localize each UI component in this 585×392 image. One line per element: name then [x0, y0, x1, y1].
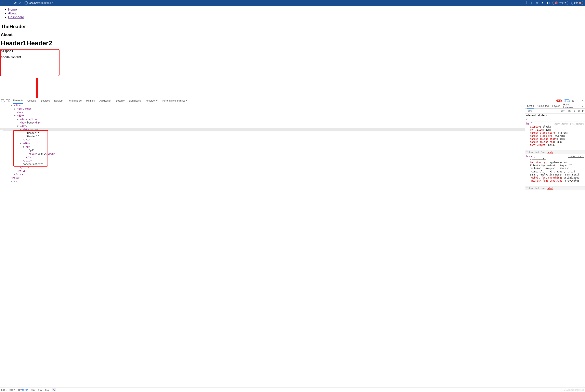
print-media-icon[interactable]: 🖶	[578, 110, 580, 112]
side-panel-icon[interactable]: ◧	[547, 1, 550, 5]
translate-icon[interactable]: ⠿	[525, 1, 528, 5]
devtools-panel: Elements Console Sources Network Perform…	[0, 98, 585, 392]
reload-icon[interactable]: ⟳	[14, 1, 16, 4]
tab-styles[interactable]: Styles	[527, 103, 534, 109]
crumb[interactable]: div#root	[18, 388, 28, 391]
insights-dot-icon	[186, 100, 187, 101]
browser-toolbar: ← → ⟳ ⌂ i localhost:3000/about ⠿ ⇧ ☆ ✦ ◧…	[0, 0, 585, 6]
nav-list: Home About Dashboard	[0, 8, 585, 19]
tab-computed[interactable]: Computed	[538, 104, 549, 109]
nav-link-home[interactable]: Home	[8, 8, 17, 11]
tab-application[interactable]: Application	[99, 98, 111, 104]
combined-h1: Header1Header2	[1, 40, 585, 47]
nav-link-about[interactable]: About	[8, 12, 17, 15]
tab-security[interactable]: Security	[116, 98, 124, 104]
crumb[interactable]: div	[38, 388, 42, 391]
styles-rules[interactable]: element.style { } h1 {user agent stylesh…	[525, 114, 585, 388]
update-pill[interactable]: 更新	[571, 1, 584, 5]
tab-performance[interactable]: Performance	[68, 98, 82, 104]
source-link[interactable]: index.css:1	[568, 155, 584, 158]
tree-gutter-ellipsis: ⋯	[0, 130, 3, 134]
tab-recorder[interactable]: Recorder	[146, 98, 158, 104]
list-item: Home	[8, 8, 585, 11]
styles-pane: Styles Computed Layout Event Listeners »…	[525, 104, 585, 388]
update-label: 更新	[574, 1, 578, 5]
bookmark-star-icon[interactable]: ☆	[536, 1, 538, 5]
styles-more-icon[interactable]: »	[582, 104, 583, 108]
tab-console[interactable]: Console	[28, 98, 36, 104]
home-icon[interactable]: ⌂	[19, 1, 21, 4]
tab-perf-insights[interactable]: Performance insights	[162, 98, 187, 104]
site-info-icon[interactable]: i	[24, 2, 28, 4]
profile-status: 已暂停	[559, 1, 566, 5]
devtools-tabs: Elements Console Sources Network Perform…	[13, 98, 187, 104]
divider	[0, 21, 585, 21]
devtools-toolbar: Elements Console Sources Network Perform…	[0, 98, 585, 104]
error-count-badge[interactable]: 2	[556, 100, 562, 102]
about-heading: About	[1, 32, 585, 37]
cls-toggle[interactable]: .cls	[566, 110, 572, 112]
annotation-arrow	[34, 78, 40, 98]
tab-sources[interactable]: Sources	[41, 98, 50, 104]
crumb[interactable]: div	[45, 388, 49, 391]
annotation-box-top	[0, 49, 60, 76]
the-header: TheHeader	[1, 24, 585, 30]
styles-tabs: Styles Computed Layout Event Listeners »	[525, 104, 585, 109]
extensions-icon[interactable]: ✦	[541, 1, 544, 5]
inspect-element-icon[interactable]	[1, 99, 4, 102]
profile-pill[interactable]: 宋 已暂停	[552, 1, 568, 5]
tail-text: abcdeContent	[1, 56, 585, 59]
avatar-icon: 宋	[555, 2, 558, 4]
new-style-rule-icon[interactable]: ＋	[573, 109, 576, 113]
list-item: Dashboard	[8, 16, 585, 19]
tab-lighthouse[interactable]: Lighthouse	[129, 98, 141, 104]
crumb[interactable]: body	[10, 388, 15, 391]
update-dot-icon	[579, 2, 581, 4]
tab-memory[interactable]: Memory	[86, 98, 95, 104]
styles-filter-bar: :hov .cls ＋ 🖶 ◧ ⇥	[525, 109, 585, 114]
selected-node[interactable]: ▼ <h1> == $0	[0, 128, 525, 132]
watermark: CSDN @zhichaosong	[564, 389, 584, 391]
tab-layout[interactable]: Layout	[552, 104, 560, 109]
elements-tree[interactable]: ▼ <div> ▶ <ul>…</ul> <hr> ▼ <div> ▶ <div…	[0, 104, 525, 388]
paragraph: p1span1	[1, 49, 585, 53]
url-text: localhost:3000/about	[29, 2, 53, 4]
tab-network[interactable]: Network	[54, 98, 63, 104]
share-icon[interactable]: ⇧	[530, 1, 533, 5]
device-toggle-icon[interactable]	[6, 99, 10, 102]
forward-icon: →	[8, 1, 11, 4]
crumb-selected[interactable]: h1	[52, 388, 56, 392]
page-content: Home About Dashboard TheHeader About Hea…	[0, 6, 585, 98]
elements-breadcrumb: html body div#root div div div h1 CSDN @…	[0, 388, 585, 392]
computed-toggle-icon[interactable]: ◧	[582, 110, 584, 112]
close-icon[interactable]: ✕	[581, 99, 584, 102]
recorder-dot-icon	[156, 100, 158, 101]
back-icon[interactable]: ←	[2, 1, 5, 4]
list-item: About	[8, 12, 585, 15]
hov-toggle[interactable]: :hov	[559, 110, 565, 112]
styles-filter-input[interactable]	[526, 110, 558, 113]
address-bar[interactable]: i localhost:3000/about	[24, 0, 523, 6]
tab-elements[interactable]: Elements	[13, 98, 23, 104]
crumb[interactable]: div	[31, 388, 35, 391]
crumb[interactable]: html	[1, 388, 7, 391]
nav-link-dashboard[interactable]: Dashboard	[8, 16, 24, 19]
info-count-badge[interactable]: 1	[564, 99, 570, 102]
